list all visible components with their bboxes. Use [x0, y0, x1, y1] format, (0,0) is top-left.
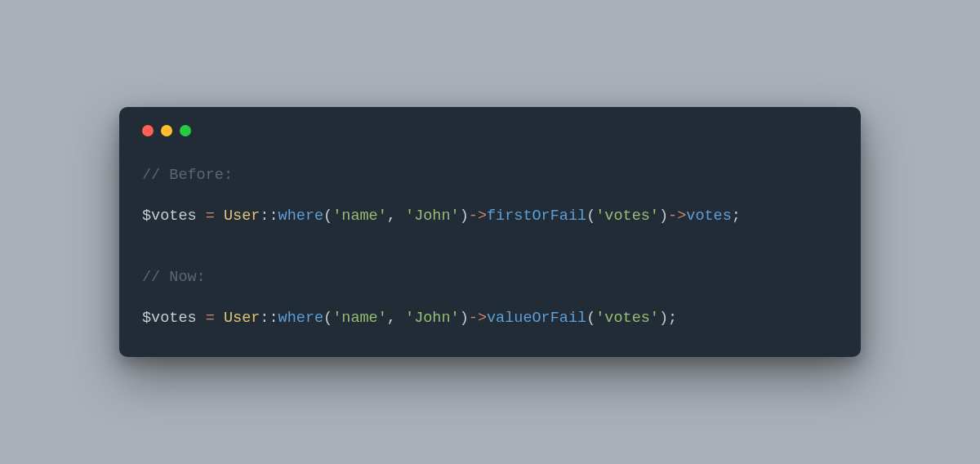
code-line: [142, 248, 838, 268]
traffic-lights: [142, 123, 838, 136]
code-token: ,: [387, 207, 405, 225]
code-token: User: [224, 207, 260, 225]
code-token: ,: [387, 310, 405, 327]
code-token: [215, 310, 224, 327]
code-token: [215, 207, 224, 225]
code-token: where: [278, 207, 324, 225]
zoom-icon[interactable]: [180, 125, 191, 136]
code-token: where: [278, 310, 324, 327]
code-line: // Before:: [142, 166, 838, 186]
code-token: =: [206, 310, 215, 327]
code-token: ): [460, 207, 469, 225]
code-token: $votes: [142, 310, 206, 327]
code-token: $votes: [142, 207, 206, 225]
code-token: votes: [686, 207, 732, 225]
code-line: [142, 288, 838, 309]
code-token: ): [460, 310, 469, 327]
code-line: $votes = User::where('name', 'John')->va…: [142, 309, 838, 329]
code-token: (: [586, 310, 595, 327]
code-token: );: [659, 310, 677, 327]
code-token: (: [323, 207, 332, 225]
code-token: (: [586, 207, 595, 225]
code-token: ->: [469, 207, 487, 225]
code-token: ;: [732, 207, 741, 225]
code-line: $votes = User::where('name', 'John')->fi…: [142, 207, 838, 227]
code-token: firstOrFail: [487, 207, 586, 225]
code-token: ->: [668, 207, 686, 225]
code-token: ::: [260, 207, 278, 225]
close-icon[interactable]: [142, 125, 154, 136]
minimize-icon[interactable]: [161, 125, 172, 136]
code-token: 'votes': [595, 310, 659, 327]
code-token: 'votes': [595, 207, 659, 225]
code-token: // Before:: [142, 167, 233, 184]
code-line: [142, 227, 838, 248]
code-line: [142, 186, 838, 207]
code-window: // Before: $votes = User::where('name', …: [119, 107, 861, 357]
code-token: (: [323, 310, 332, 327]
code-block: // Before: $votes = User::where('name', …: [142, 166, 838, 329]
code-token: 'name': [332, 310, 387, 327]
code-line: // Now:: [142, 268, 838, 288]
code-token: 'John': [405, 310, 460, 327]
code-token: ->: [469, 310, 487, 327]
code-token: 'John': [405, 207, 460, 225]
code-token: =: [206, 207, 215, 225]
code-token: // Now:: [142, 269, 206, 286]
code-token: 'name': [332, 207, 387, 225]
code-token: User: [224, 310, 260, 327]
code-token: valueOrFail: [487, 310, 586, 327]
code-token: ): [659, 207, 668, 225]
code-token: ::: [260, 310, 278, 327]
